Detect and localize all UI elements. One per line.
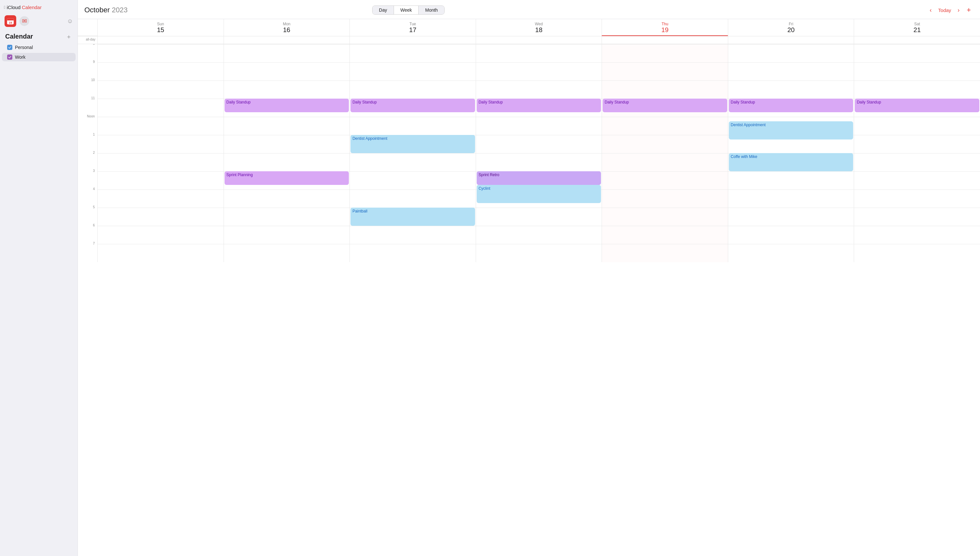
hour-divider [602,81,728,81]
hour-divider [476,208,602,208]
day-header-mon[interactable]: Mon 16 [223,19,350,36]
sidebar-section-title: Calendar [5,33,33,40]
event-title-cyclint: Cyclint [479,186,490,191]
event-standup-tue[interactable]: Daily Standup [351,99,475,112]
personal-label: Personal [15,45,61,50]
day-header-sun[interactable]: Sun 15 [97,19,223,36]
event-paintball[interactable]: Paintball [351,208,475,226]
day-header-wed[interactable]: Wed 18 [476,19,602,36]
allday-sat [854,36,980,44]
add-event-button[interactable]: + [964,5,974,16]
event-standup-thu[interactable]: Daily Standup [603,99,727,112]
hour-divider [224,117,350,117]
view-month-button[interactable]: Month [419,6,444,14]
day-header-tue[interactable]: Tue 17 [349,19,476,36]
time-label-9: 9 [78,62,97,81]
event-sprint-retro[interactable]: Sprint Retro [477,171,601,185]
hour-divider [476,81,602,81]
hour-divider [728,189,854,190]
event-sprint-mon[interactable]: Sprint Planning [225,171,349,185]
hour-divider [476,62,602,63]
day-col-thu: Daily Standup [602,44,728,262]
day-header-thu[interactable]: Thu 19 [602,19,728,36]
today-button[interactable]: Today [936,6,953,14]
calendar-header: October 2023 Day Week Month ‹ Today › + [78,0,980,19]
hour-divider [98,244,223,244]
hour-divider [854,226,980,226]
event-title-paintball: Paintball [353,209,367,213]
calendar-app-icon[interactable]: 19 [5,15,16,27]
hour-divider [728,117,854,117]
hour-divider [602,135,728,135]
hour-divider [350,81,476,81]
hour-divider [728,226,854,226]
sidebar-item-personal[interactable]: Personal 👤 [2,42,76,52]
view-day-button[interactable]: Day [372,6,394,14]
hour-divider [854,135,980,135]
day-col-sun [97,44,223,262]
hour-divider [854,62,980,63]
event-title-dentist-fri: Dentist Appointment [731,123,765,127]
event-standup-mon[interactable]: Daily Standup [225,99,349,112]
hour-divider [602,189,728,190]
event-dentist-tue[interactable]: Dentist Appointment [351,135,475,153]
prev-button[interactable]: ‹ [927,5,934,15]
time-gutter: 891011Noon1234567 [78,44,97,262]
time-label-5: 5 [78,208,97,226]
event-dentist-fri[interactable]: Dentist Appointment [729,121,854,139]
time-label-Noon: Noon [78,117,97,135]
day-col-fri: Daily StandupDentist AppointmentCoffe wi… [728,44,854,262]
hour-divider [350,62,476,63]
hour-divider [602,226,728,226]
hour-divider [476,135,602,135]
event-cyclint[interactable]: Cyclint [477,185,601,203]
event-title-standup-sat: Daily Standup [857,100,881,105]
event-standup-fri[interactable]: Daily Standup [729,99,854,112]
sidebar-item-work[interactable]: Work [2,53,76,61]
view-week-button[interactable]: Week [394,6,419,14]
hour-divider [98,208,223,208]
event-title-coffe-fri: Coffe with Mike [731,154,757,159]
sidebar:  iCloud Calendar 19 ✉ ☺ Calendar ＋ Pers… [0,0,78,556]
hour-divider [602,62,728,63]
hour-divider [98,135,223,135]
hour-divider [224,153,350,154]
next-button[interactable]: › [955,5,962,15]
hour-divider [602,117,728,117]
hour-divider [728,81,854,81]
event-title-standup-wed: Daily Standup [479,100,503,105]
hour-divider [224,244,350,244]
calendar-text: Calendar [22,5,42,10]
main-calendar: October 2023 Day Week Month ‹ Today › + … [78,0,980,556]
day-col-wed: Daily StandupSprint RetroCyclint [476,44,602,262]
icloud-text: iCloud [7,5,21,10]
calendar-section-header: Calendar ＋ [0,28,78,42]
hour-divider [854,153,980,154]
hour-divider [476,244,602,244]
time-header-spacer [78,19,97,36]
day-headers: Sun 15 Mon 16 Tue 17 Wed 18 Thu 19 Fri 2… [78,19,980,36]
day-header-fri[interactable]: Fri 20 [728,19,854,36]
event-standup-wed[interactable]: Daily Standup [477,99,601,112]
hour-divider [224,62,350,63]
personal-checkbox[interactable] [7,45,12,50]
calendar-title: October 2023 [84,6,128,14]
allday-row: all-day [78,36,980,44]
allday-mon [223,36,350,44]
event-standup-sat[interactable]: Daily Standup [855,99,979,112]
add-calendar-button[interactable]: ＋ [65,33,72,40]
hour-divider [854,189,980,190]
event-title-sprint-retro: Sprint Retro [479,173,500,177]
svg-text:19: 19 [9,21,12,24]
work-checkbox[interactable] [7,55,12,60]
hour-divider [602,153,728,154]
mail-icon[interactable]: ✉ [19,16,29,26]
nav-controls: ‹ Today › + [927,5,974,16]
time-label-11: 11 [78,99,97,117]
event-coffe-fri[interactable]: Coffe with Mike [729,153,854,171]
share-icon[interactable]: ☺ [67,18,73,25]
time-label-2: 2 [78,153,97,171]
day-header-sat[interactable]: Sat 21 [854,19,980,36]
time-label-10: 10 [78,81,97,99]
hour-divider [602,208,728,208]
